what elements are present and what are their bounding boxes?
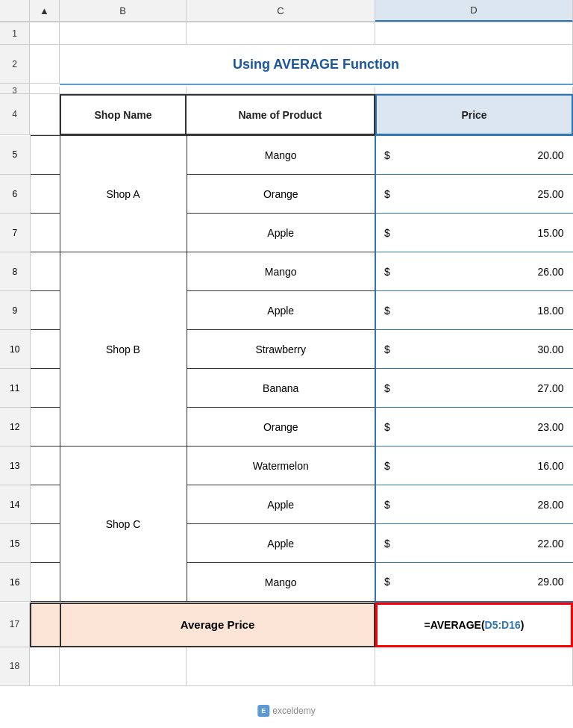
row-num-12: 12 (0, 408, 30, 447)
cell-3c[interactable] (187, 87, 375, 94)
cell-13a[interactable] (30, 447, 60, 485)
col-header-a: ▲ (30, 0, 60, 22)
cell-11d[interactable]: $27.00 (375, 369, 573, 408)
watermark: E exceldemy (257, 705, 315, 717)
cell-6c[interactable]: Orange (187, 175, 375, 214)
cell-3b[interactable] (60, 87, 187, 94)
amount-16: 29.00 (398, 576, 564, 588)
amount-7: 15.00 (398, 227, 564, 239)
cell-16a[interactable] (30, 563, 60, 602)
cell-9d[interactable]: $18.00 (375, 291, 573, 330)
cell-3d[interactable] (375, 87, 573, 94)
cell-14d[interactable]: $28.00 (375, 485, 573, 524)
corner-cell (0, 0, 30, 22)
data-table: 5Shop AMango$20.006Orange$25.007Apple$15… (0, 135, 573, 603)
cell-5b-shop: Shop A (60, 136, 187, 252)
col-header-b[interactable]: B (60, 0, 187, 22)
cell-8c[interactable]: Mango (187, 252, 375, 291)
row-17-average: 17 Average Price =AVERAGE(D5:D16) (0, 603, 573, 647)
cell-8d[interactable]: $26.00 (375, 252, 573, 291)
cell-1c[interactable] (187, 22, 375, 45)
cell-15d[interactable]: $22.00 (375, 524, 573, 563)
cell-15c[interactable]: Apple (187, 524, 375, 563)
cell-12d[interactable]: $23.00 (375, 408, 573, 447)
cell-1b[interactable] (60, 22, 187, 45)
cell-13c[interactable]: Watermelon (187, 447, 375, 485)
cell-14c[interactable]: Apple (187, 485, 375, 524)
cell-6d[interactable]: $25.00 (375, 175, 573, 214)
cell-7a[interactable] (30, 214, 60, 252)
cell-4a[interactable] (30, 94, 60, 135)
cell-6a[interactable] (30, 175, 60, 214)
amount-11: 27.00 (398, 382, 564, 394)
cell-13d[interactable]: $16.00 (375, 447, 573, 485)
dollar-15: $ (376, 538, 398, 550)
cell-10c[interactable]: Strawberry (187, 330, 375, 369)
cell-1d[interactable] (375, 22, 573, 45)
cell-18d[interactable] (375, 647, 573, 686)
dollar-11: $ (376, 382, 398, 394)
col-header-d[interactable]: D (375, 0, 573, 22)
row-num-3: 3 (0, 87, 30, 94)
cell-8a[interactable] (30, 252, 60, 291)
cell-10a[interactable] (30, 330, 60, 369)
average-price-label: Average Price (60, 603, 375, 647)
row-num-7: 7 (0, 214, 30, 252)
data-rows: 5Shop AMango$20.006Orange$25.007Apple$15… (0, 135, 573, 603)
spreadsheet: ▲ B C D 1 2 Using AVERAGE Function 3 4 (0, 0, 573, 728)
cell-17a[interactable] (30, 603, 60, 647)
cell-12c[interactable]: Orange (187, 408, 375, 447)
col-header-c[interactable]: C (187, 0, 375, 22)
average-formula-cell[interactable]: =AVERAGE(D5:D16) (375, 603, 573, 647)
row-5: 5Shop AMango$20.00 (0, 136, 573, 175)
cell-13b-shop: Shop C (60, 447, 187, 602)
dollar-14: $ (376, 499, 398, 511)
cell-2a[interactable] (30, 45, 60, 84)
watermark-icon: E (257, 705, 269, 717)
row-4-headers: 4 Shop Name Name of Product Price (0, 94, 573, 135)
cell-11c[interactable]: Banana (187, 369, 375, 408)
cell-8b-shop: Shop B (60, 252, 187, 447)
row-num-18: 18 (0, 647, 30, 686)
row-num-5: 5 (0, 136, 30, 175)
cell-12a[interactable] (30, 408, 60, 447)
dollar-13: $ (376, 460, 398, 472)
cell-7d[interactable]: $15.00 (375, 214, 573, 252)
cell-1a[interactable] (30, 22, 60, 45)
cell-15a[interactable] (30, 524, 60, 563)
dollar-16: $ (376, 576, 398, 588)
column-headers: ▲ B C D (0, 0, 573, 22)
amount-13: 16.00 (398, 460, 564, 472)
header-price: Price (375, 94, 573, 135)
row-num-17: 17 (0, 603, 30, 647)
row-num-13: 13 (0, 447, 30, 485)
cell-5d[interactable]: $20.00 (375, 136, 573, 175)
cell-5a[interactable] (30, 136, 60, 175)
cell-9c[interactable]: Apple (187, 291, 375, 330)
cell-16d[interactable]: $29.00 (375, 563, 573, 602)
dollar-9: $ (376, 305, 398, 317)
dollar-5: $ (376, 149, 398, 161)
cell-11a[interactable] (30, 369, 60, 408)
header-product-name: Name of Product (187, 94, 375, 135)
row-1: 1 (0, 22, 573, 45)
row-num-10: 10 (0, 330, 30, 369)
row-13: 13Shop CWatermelon$16.00 (0, 447, 573, 485)
dollar-8: $ (376, 266, 398, 278)
spreadsheet-title: Using AVERAGE Function (60, 45, 573, 84)
cell-18a[interactable] (30, 647, 60, 686)
dollar-7: $ (376, 227, 398, 239)
amount-6: 25.00 (398, 188, 564, 200)
cell-14a[interactable] (30, 485, 60, 524)
cell-3a[interactable] (30, 87, 60, 94)
row-num-1: 1 (0, 22, 30, 45)
row-num-2: 2 (0, 45, 30, 84)
cell-5c[interactable]: Mango (187, 136, 375, 175)
cell-18c[interactable] (187, 647, 375, 686)
cell-16c[interactable]: Mango (187, 563, 375, 602)
cell-7c[interactable]: Apple (187, 214, 375, 252)
cell-18b[interactable] (60, 647, 187, 686)
cell-9a[interactable] (30, 291, 60, 330)
amount-15: 22.00 (398, 538, 564, 550)
cell-10d[interactable]: $30.00 (375, 330, 573, 369)
